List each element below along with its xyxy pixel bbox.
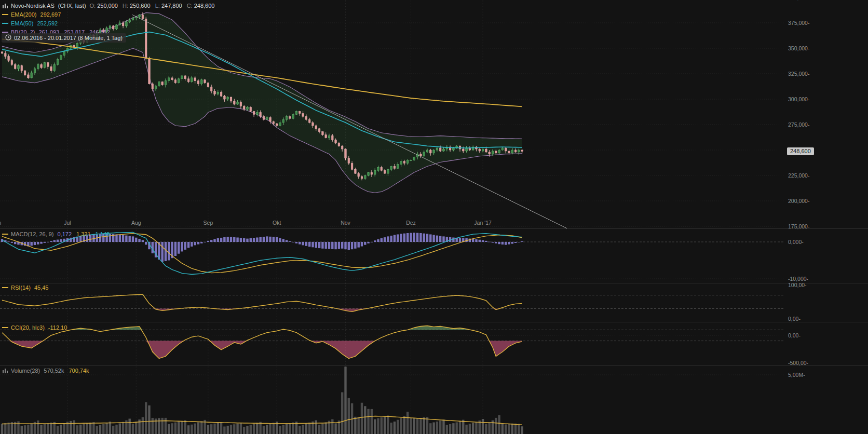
time-axis-label: Aug — [131, 220, 141, 226]
cci-axis-label: -500,00- — [788, 360, 808, 366]
bb-marker-icon — [2, 32, 8, 33]
chart-application: 400,000-375,000-350,000-325,000-300,000-… — [0, 0, 868, 434]
macd-legend-row[interactable]: MACD(12, 26, 9) 0,172 1,321 1,149 — [2, 230, 114, 238]
cci-axis-label: 0,00- — [788, 332, 801, 338]
rsi-legend-row[interactable]: RSI(14) 45,45 — [2, 284, 48, 291]
ema50-title: EMA(50) — [11, 20, 33, 27]
open-value: 250,000 — [97, 2, 118, 9]
high-value: 250,600 — [130, 2, 151, 9]
rsi-axis-label: 0,00- — [788, 316, 801, 322]
symbol-legend-row[interactable]: Novo-Nordisk AS (CHX, last) O: 250,000 H… — [2, 2, 219, 9]
time-axis-label: Jan '17 — [474, 220, 492, 226]
macd-marker-icon — [2, 234, 8, 235]
time-axis-label: Nov — [341, 220, 350, 226]
macd-hist-value: 0,172 — [58, 230, 72, 238]
rsi-axis-label: 100,00- — [788, 282, 807, 288]
time-axis-label: Jul — [64, 220, 71, 226]
price-axis-label: 300,000- — [788, 96, 809, 102]
close-label: C: — [187, 2, 193, 9]
volume-axis-label: 5,00M- — [788, 372, 805, 378]
open-label: O: — [90, 2, 96, 9]
ema200-marker-icon — [2, 14, 8, 15]
chart-canvas[interactable] — [0, 0, 868, 434]
macd-axis-label: 0,000- — [788, 239, 804, 245]
date-range-measure[interactable]: 02.06.2016 - 20.01.2017 (8 Monate, 1 Tag… — [2, 33, 126, 43]
series-type-icon — [2, 3, 8, 9]
rsi-title: RSI(14) — [11, 284, 31, 291]
cci-marker-icon — [2, 327, 8, 328]
macd-title: MACD(12, 26, 9) — [11, 230, 54, 238]
date-range-text: 02.06.2016 - 20.01.2017 (8 Monate, 1 Tag… — [14, 35, 123, 41]
ema200-legend-row[interactable]: EMA(200) 292,697 — [2, 11, 61, 18]
price-axis-label: 200,000- — [788, 198, 809, 204]
symbol-context: (CHX, last) — [58, 2, 86, 9]
last-price-tag: 248,600 — [787, 147, 814, 155]
time-axis-label: Okt — [273, 220, 281, 226]
high-label: H: — [123, 2, 128, 9]
macd-signal-value: 1,149 — [96, 230, 110, 238]
rsi-value: 45,45 — [34, 284, 49, 291]
rsi-marker-icon — [2, 287, 8, 288]
macd-axis-label: -10,000- — [788, 276, 808, 282]
macd-line-value: 1,321 — [76, 230, 91, 238]
price-axis-label: 375,000- — [788, 20, 809, 26]
symbol-title: Novo-Nordisk AS — [11, 2, 55, 9]
volume-legend-row[interactable]: Volume(28) 570,52k 700,74k — [2, 367, 94, 374]
time-axis-label: Dez — [406, 220, 416, 226]
volume-bars-icon — [2, 368, 8, 374]
price-axis-label: 175,000- — [788, 223, 809, 229]
ema200-value: 292,697 — [40, 11, 61, 18]
clock-icon — [5, 34, 11, 42]
price-axis-label: 400,000- — [788, 0, 809, 1]
time-axis-label: Sep — [204, 220, 213, 226]
ema50-marker-icon — [2, 23, 8, 24]
close-value: 248,600 — [194, 2, 215, 9]
cci-legend-row[interactable]: CCI(20, hlc3) -112,10 — [2, 324, 67, 331]
cci-title: CCI(20, hlc3) — [11, 324, 45, 331]
ema50-legend-row[interactable]: EMA(50) 252,592 — [2, 20, 58, 27]
ema200-title: EMA(200) — [11, 11, 37, 18]
ema50-value: 252,592 — [37, 20, 58, 27]
time-axis-label: Jun — [0, 220, 1, 226]
cci-value: -112,10 — [48, 324, 67, 331]
price-axis-label: 325,000- — [788, 71, 809, 77]
volume-value: 570,52k — [44, 367, 64, 374]
price-axis-label: 225,000- — [788, 172, 809, 179]
low-value: 247,800 — [161, 2, 182, 9]
price-axis-label: 350,000- — [788, 45, 809, 51]
volume-ma-value: 700,74k — [69, 367, 89, 374]
low-label: L: — [155, 2, 160, 9]
price-axis-label: 275,000- — [788, 121, 809, 128]
volume-title: Volume(28) — [11, 367, 40, 374]
